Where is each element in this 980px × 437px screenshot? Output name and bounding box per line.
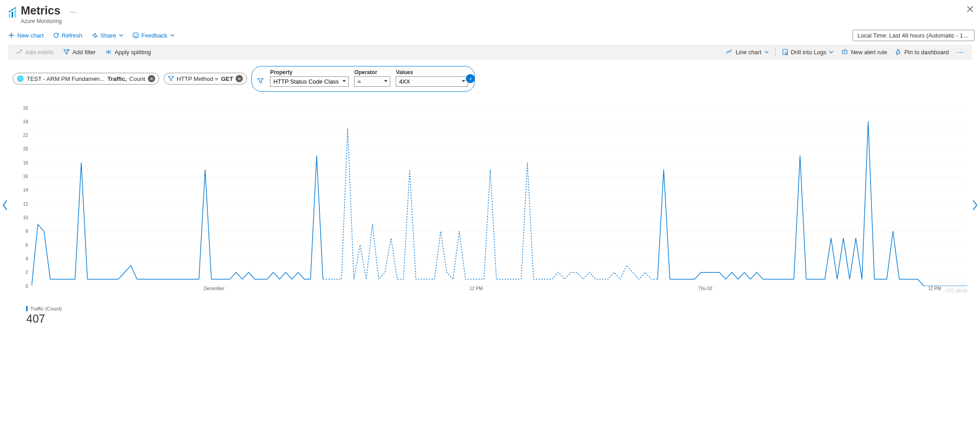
add-metric-button[interactable]: Add metric xyxy=(14,47,55,57)
chart-next-icon[interactable] xyxy=(972,199,978,211)
metric-pill-name: Traffic, xyxy=(107,75,127,82)
svg-point-10 xyxy=(785,52,787,54)
y-axis-labels: 02468101214161820222426 xyxy=(13,108,30,286)
chevron-down-icon xyxy=(829,50,833,54)
add-filter-label: Add filter xyxy=(72,49,95,56)
property-label: Property xyxy=(270,69,349,75)
drill-into-logs-button[interactable]: Drill into Logs xyxy=(780,47,836,57)
legend-series-label: Traffic (Count) xyxy=(26,306,967,311)
method-filter-remove[interactable]: ✕ xyxy=(236,75,243,82)
drill-label: Drill into Logs xyxy=(791,49,827,56)
chart-type-dropdown[interactable]: Line chart xyxy=(724,47,771,57)
method-filter-value: GET xyxy=(221,75,233,82)
metrics-icon xyxy=(5,5,21,19)
new-chart-label: New chart xyxy=(17,32,44,39)
svg-rect-2 xyxy=(14,9,16,17)
filter-icon xyxy=(257,78,264,84)
chevron-down-icon xyxy=(764,50,769,54)
method-filter-prefix: HTTP Method = xyxy=(177,75,218,82)
chart-prev-icon[interactable] xyxy=(2,199,8,211)
filter-editor: Property HTTP Status Code Class Operator… xyxy=(251,66,475,92)
operator-select[interactable]: = xyxy=(354,76,390,87)
command-bar: New chart Refresh Share Feedback Local T… xyxy=(0,27,980,44)
values-select[interactable]: 4XX xyxy=(396,76,468,87)
svg-marker-12 xyxy=(18,75,23,82)
new-chart-button[interactable]: New chart xyxy=(5,30,47,41)
refresh-label: Refresh xyxy=(62,32,83,39)
svg-point-8 xyxy=(136,34,137,35)
add-filter-button[interactable]: Add filter xyxy=(62,47,97,57)
chevron-down-icon xyxy=(119,33,123,38)
legend-series-value: 407 xyxy=(26,312,967,325)
close-icon[interactable] xyxy=(966,5,975,14)
svg-rect-1 xyxy=(12,12,13,18)
filter-icon xyxy=(168,75,174,82)
header-more-icon[interactable]: ··· xyxy=(70,8,76,16)
method-filter-pill[interactable]: HTTP Method = GET ✕ xyxy=(164,73,247,85)
blade-header: Metrics Azure Monitoring ··· xyxy=(0,0,980,27)
metric-pill-remove[interactable]: ✕ xyxy=(148,75,155,82)
share-button[interactable]: Share xyxy=(89,30,126,41)
resource-icon xyxy=(17,75,24,82)
pin-to-dashboard-button[interactable]: Pin to dashboard xyxy=(894,47,951,57)
apply-splitting-button[interactable]: Apply splitting xyxy=(104,47,152,57)
apply-splitting-label: Apply splitting xyxy=(114,49,151,56)
share-label: Share xyxy=(100,32,116,39)
svg-rect-0 xyxy=(9,14,10,18)
chart-type-label: Line chart xyxy=(736,49,762,56)
refresh-button[interactable]: Refresh xyxy=(50,30,85,41)
values-label: Values xyxy=(396,69,468,75)
time-range-picker[interactable]: Local Time: Last 48 hours (Automatic - 1… xyxy=(852,30,975,41)
feedback-label: Feedback xyxy=(142,32,167,39)
add-metric-label: Add metric xyxy=(25,49,53,56)
feedback-button[interactable]: Feedback xyxy=(130,30,177,41)
page-subtitle: Azure Monitoring xyxy=(21,18,62,24)
filter-apply-icon[interactable]: ✓ xyxy=(469,76,473,82)
new-alert-label: New alert rule xyxy=(851,49,887,56)
metric-pill-prefix: TEST - ARM PM Fundamen... xyxy=(27,75,104,82)
svg-point-7 xyxy=(134,34,135,35)
filter-bar: TEST - ARM PM Fundamen... Traffic, Count… xyxy=(0,60,980,94)
chart-more-icon[interactable]: ··· xyxy=(955,47,966,57)
page-title: Metrics xyxy=(21,5,62,17)
pin-label: Pin to dashboard xyxy=(904,49,949,56)
new-alert-rule-button[interactable]: New alert rule xyxy=(840,47,889,57)
chart-toolbar: Add metric Add filter Apply splitting Li… xyxy=(8,45,972,60)
metrics-chart: 02468101214161820222426 December12 PMThu… xyxy=(13,108,967,302)
property-select[interactable]: HTTP Status Code Class xyxy=(270,76,349,87)
chart-plot-area[interactable] xyxy=(32,108,967,286)
timezone-label: UTC-08:00 xyxy=(945,288,967,293)
metric-pill[interactable]: TEST - ARM PM Fundamen... Traffic, Count… xyxy=(13,73,159,85)
chart-legend: Traffic (Count) 407 xyxy=(26,306,967,325)
chevron-down-icon xyxy=(170,33,175,38)
svg-point-6 xyxy=(133,33,138,38)
x-axis-labels: December12 PMThu 0212 PM xyxy=(32,286,967,293)
metric-pill-agg: Count xyxy=(129,75,145,82)
operator-label: Operator xyxy=(354,69,390,75)
